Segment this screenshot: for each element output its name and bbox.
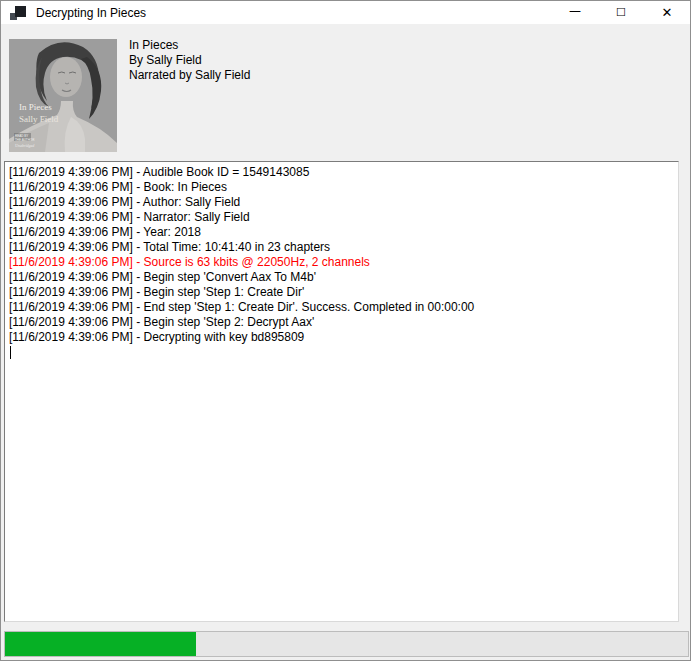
cover-unabridged-text: Unabridged: [15, 143, 35, 148]
log-line: [11/6/2019 4:39:06 PM] - Source is 63 kb…: [9, 255, 674, 270]
log-line: [11/6/2019 4:39:06 PM] - Begin step 'Ste…: [9, 285, 674, 300]
progress-fill: [5, 632, 196, 656]
cover-readby-line2: THE AUTHOR: [15, 138, 35, 142]
app-icon: [10, 6, 26, 20]
book-info: In Pieces By Sally Field Narrated by Sal…: [129, 38, 250, 83]
cover-author-text: Sally Field: [19, 114, 59, 124]
log-line: [11/6/2019 4:39:06 PM] - Total Time: 10:…: [9, 240, 674, 255]
maximize-button[interactable]: ☐: [598, 1, 644, 24]
log-line: [11/6/2019 4:39:06 PM] - Begin step 'Ste…: [9, 315, 674, 330]
log-area[interactable]: [11/6/2019 4:39:06 PM] - Audible Book ID…: [4, 161, 679, 622]
minimize-icon: —: [569, 4, 581, 18]
log-line: [11/6/2019 4:39:06 PM] - Year: 2018: [9, 225, 674, 240]
app-window: Decrypting In Pieces — ☐ ✕: [0, 0, 691, 661]
book-cover-image: In Pieces Sally Field READ BY THE AUTHOR…: [9, 39, 117, 152]
maximize-icon: ☐: [616, 6, 626, 19]
titlebar[interactable]: Decrypting In Pieces — ☐ ✕: [1, 1, 690, 24]
log-line: [11/6/2019 4:39:06 PM] - Audible Book ID…: [9, 165, 674, 180]
app-icon-square-big: [15, 6, 26, 17]
cover-title-text: In Pieces: [19, 102, 52, 112]
window-title: Decrypting In Pieces: [36, 6, 146, 20]
text-caret: [10, 346, 11, 359]
log-line: [11/6/2019 4:39:06 PM] - Decrypting with…: [9, 330, 674, 345]
log-line: [11/6/2019 4:39:06 PM] - End step 'Step …: [9, 300, 674, 315]
log-line: [11/6/2019 4:39:06 PM] - Begin step 'Con…: [9, 270, 674, 285]
close-icon: ✕: [662, 5, 673, 20]
book-title: In Pieces: [129, 38, 250, 53]
progress-bar: [4, 631, 689, 657]
log-line: [11/6/2019 4:39:06 PM] - Author: Sally F…: [9, 195, 674, 210]
close-button[interactable]: ✕: [644, 1, 690, 24]
book-author: By Sally Field: [129, 53, 250, 68]
log-line: [11/6/2019 4:39:06 PM] - Narrator: Sally…: [9, 210, 674, 225]
caption-buttons: — ☐ ✕: [552, 1, 690, 24]
book-narrator: Narrated by Sally Field: [129, 68, 250, 83]
minimize-button[interactable]: —: [552, 1, 598, 24]
log-line: [11/6/2019 4:39:06 PM] - Book: In Pieces: [9, 180, 674, 195]
